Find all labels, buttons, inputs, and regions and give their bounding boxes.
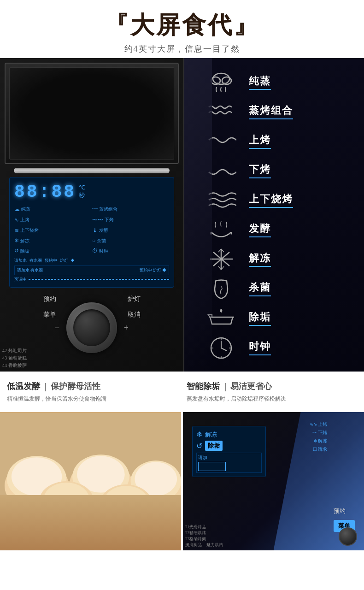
lcd-status-light: 炉灯 — [60, 258, 68, 264]
sub-title: 约4英寸大屏，信息一目了然 — [0, 43, 364, 54]
steam-icon: Steam — [203, 70, 240, 95]
oven-door-inner — [9, 67, 174, 159]
brand-2: 魅力烘焙 — [206, 542, 223, 548]
feature-divider-2 — [225, 383, 226, 391]
sterilize-icon — [203, 276, 240, 301]
panel-defrost-icon: ❄ — [196, 430, 202, 439]
svg-point-36 — [98, 489, 154, 533]
defrost-svg — [206, 247, 236, 272]
panel-right-icon-4: ☐ 请求 — [310, 446, 328, 453]
lcd-time-unit: 秒 — [79, 191, 86, 200]
panel-knob-small[interactable] — [339, 527, 357, 546]
oven-panel-image: ❄ 解冻 ↺ 除垢 请加 ∿∿ 上烤 〰 下烤 ❄ 解冻 ☐ 请求 — [183, 412, 364, 550]
panel-right-icons: ∿∿ 上烤 〰 下烤 ❄ 解冻 ☐ 请求 — [310, 421, 328, 453]
features-section: 低温发酵 保护酵母活性 精准恒温发酵，恰当保留水分使食物饱满 智能除垢 易洁更省… — [0, 372, 364, 412]
panel-food-2: 32精细烘烤 — [185, 530, 206, 536]
steam-bake-svg — [206, 99, 236, 124]
feature-ferment-desc: 精准恒温发酵，恰当保留水分使食物饱满 — [7, 395, 177, 403]
lcd-mode-defrost: ❄解冻 — [14, 236, 91, 246]
ferment-svg — [206, 217, 236, 242]
feature-ferment-title-right: 保护酵母活性 — [51, 382, 100, 391]
lcd-progress-bar — [29, 279, 169, 280]
descale-svg — [206, 306, 236, 331]
lcd-mode-steam-bake: 〰蒸烤组合 — [92, 205, 169, 214]
mode-row-clock: 时钟 — [203, 335, 350, 360]
steam-svg: Steam — [206, 70, 236, 95]
panel-food-3: 33格纳烤架 — [185, 536, 206, 542]
oven-handle — [14, 168, 170, 173]
oven-modes-right: Steam 纯蒸 蒸烤组合 上烤 — [184, 58, 364, 372]
lcd-temp-unit: ℃ — [79, 184, 86, 191]
clock-svg — [206, 335, 236, 360]
sterilize-mode-label: 杀菌 — [249, 281, 271, 296]
svg-text:Steam: Steam — [216, 82, 225, 85]
panel-right-icon-1: ∿∿ 上烤 — [310, 421, 328, 428]
header-section: 『大屏食代』 约4英寸大屏，信息一目了然 — [0, 0, 364, 58]
food-item-3: 44 香脆披萨 — [2, 362, 27, 369]
oven-panel-left: 88:88 ℃ 秒 ☁纯蒸 〰蒸烤组合 ∿上烤 〜〜下烤 — [0, 58, 184, 372]
bread-scene — [0, 412, 181, 550]
lcd-mode-double-bake: ≋上下烧烤 — [14, 226, 91, 235]
bottom-bake-mode-label: 下烤 — [249, 163, 271, 178]
lcd-modes-grid: ☁纯蒸 〰蒸烤组合 ∿上烤 〜〜下烤 ≋上下烧烤 🌡发酵 ❄解 — [14, 205, 169, 256]
feature-ferment-title: 低温发酵 保护酵母活性 — [7, 381, 177, 392]
lcd-time: 88:88 — [14, 182, 76, 202]
panel-defrost-label: 解冻 — [205, 431, 217, 439]
lcd-mode-pure-steam: ☁纯蒸 — [14, 205, 91, 214]
steam-bake-icon — [203, 99, 240, 124]
bottom-bake-icon — [203, 158, 240, 183]
lcd-mode-descale: ↺除垢 — [14, 247, 91, 256]
oven-knob[interactable]: − + — [66, 302, 117, 353]
food-item-1: 42 烤吐司片 — [2, 347, 27, 354]
panel-food-1: 31光滑烤品 — [185, 524, 206, 530]
panel-reserve-btn[interactable]: 预约 — [334, 507, 355, 515]
oven-door — [5, 63, 179, 164]
double-bake-mode-label: 上下烧烤 — [249, 192, 293, 208]
top-bake-icon — [203, 129, 240, 154]
double-bake-svg — [206, 188, 236, 213]
ferment-icon — [203, 217, 240, 242]
clock-mode-label: 时钟 — [249, 340, 271, 355]
oven-section: 88:88 ℃ 秒 ☁纯蒸 〰蒸烤组合 ∿上烤 〜〜下烤 — [0, 58, 364, 372]
lcd-mode-ferment: 🌡发酵 — [92, 226, 169, 235]
feature-descale-desc: 蒸发盘有水垢时，启动除垢程序轻松解决 — [187, 395, 357, 403]
food-list: 42 烤吐司片 43 葡萄蛋糕 44 香脆披萨 — [2, 347, 27, 369]
defrost-mode-label: 解冻 — [249, 251, 271, 267]
main-title: 『大屏食代』 — [0, 9, 364, 41]
knob-minus-label: − — [55, 323, 59, 333]
lcd-status-diamond: ◆ — [71, 258, 74, 264]
steam-mode-label: 纯蒸 — [249, 74, 271, 90]
panel-water-text: 请加 — [196, 453, 262, 473]
panel-brands: 澳润厨品 魅力烘焙 — [185, 542, 223, 548]
panel-defrost-row: ❄ 解冻 — [196, 430, 262, 439]
descale-icon — [203, 306, 240, 331]
panel-scene: ❄ 解冻 ↺ 除垢 请加 ∿∿ 上烤 〰 下烤 ❄ 解冻 ☐ 请求 — [183, 412, 364, 550]
panel-display-mini: ❄ 解冻 ↺ 除垢 请加 — [192, 426, 266, 477]
svg-rect-23 — [0, 495, 181, 550]
lcd-mode-clock: ⏱时钟 — [92, 247, 169, 256]
mode-row-top-bake: 上烤 — [203, 129, 350, 154]
ferment-mode-label: 发酵 — [249, 222, 271, 237]
mode-row-descale: 除垢 — [203, 306, 350, 331]
bread-image — [0, 412, 181, 550]
lcd-bottom-box: 请加水 有水圈 预约中 炉灯 ◆ — [14, 266, 169, 275]
top-bake-svg — [206, 129, 236, 154]
sterilize-svg — [206, 276, 236, 301]
panel-descale-icon: ↺ — [196, 442, 202, 450]
mode-row-sterilize: 杀菌 — [203, 276, 350, 301]
lcd-status-reserve: 预约中 — [45, 258, 57, 264]
svg-rect-39 — [0, 413, 181, 550]
feature-descale-title-left: 智能除垢 — [187, 382, 220, 391]
lcd-display: 88:88 ℃ 秒 ☁纯蒸 〰蒸烤组合 ∿上烤 〜〜下烤 — [9, 177, 174, 288]
panel-right-icon-2: 〰 下烤 — [310, 430, 328, 436]
feature-divider-1 — [45, 383, 46, 391]
bread-svg — [0, 412, 181, 550]
lcd-mode-top-bake: ∿上烤 — [14, 215, 91, 225]
feature-ferment-title-left: 低温发酵 — [7, 382, 40, 391]
panel-food-list: 31光滑烤品 32精细烘烤 33格纳烤架 — [185, 524, 206, 542]
clock-icon — [203, 335, 240, 360]
feature-descale-title-right: 易洁更省心 — [230, 382, 272, 391]
svg-line-17 — [221, 348, 227, 351]
food-item-2: 43 葡萄蛋糕 — [2, 354, 27, 362]
lcd-status-water-circle: 有水圈 — [29, 258, 42, 264]
